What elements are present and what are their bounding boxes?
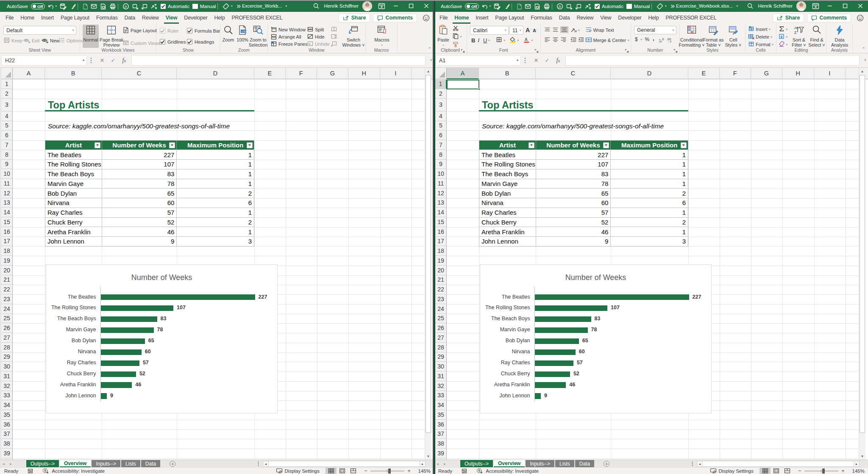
row-header-36[interactable]: 36 [1,420,13,430]
shrink-font-button[interactable]: Aˇ [533,27,538,34]
font-size-combobox[interactable]: 11˅ [509,26,523,35]
new-window-button[interactable]: New Window [270,26,306,33]
row-header-9[interactable]: 9 [1,160,13,169]
avatar[interactable] [362,1,372,11]
sheet-tab-inputs[interactable]: Inputs--> [526,460,554,467]
row-header-34[interactable]: 34 [435,400,447,410]
column-header-G[interactable]: G [317,68,348,79]
synchronous-scrolling-button[interactable] [331,33,337,40]
row-header-15[interactable]: 15 [435,217,447,227]
vertical-scroll-thumb[interactable] [860,75,865,433]
row-header-6[interactable]: 6 [1,130,13,140]
row-header-11[interactable]: 11 [435,179,447,188]
row-header-27[interactable]: 27 [435,333,447,343]
zoom-slider-thumb[interactable] [388,468,391,474]
more-commands-button[interactable] [670,2,675,11]
tab-page-layout[interactable]: Page Layout [495,12,524,24]
column-header-B[interactable]: B [45,68,102,79]
clear-button[interactable]: ˅ [779,41,788,48]
row-header-18[interactable]: 18 [435,246,447,256]
align-center-button[interactable] [552,36,559,43]
number-format-combobox[interactable]: General˅ [634,26,676,34]
tab-help[interactable]: Help [214,12,225,24]
insert-function-button[interactable]: fx [119,55,130,66]
cancel-button[interactable]: ✕ [97,55,108,66]
reset-window-position-button[interactable] [331,41,337,47]
filter-button[interactable] [169,142,175,148]
format-painter-button[interactable] [69,2,76,11]
copy-button[interactable]: ˅ [453,33,462,40]
insert-function-button[interactable]: fx [553,55,564,66]
column-header-H[interactable]: H [348,68,380,79]
quick-print-doc-button[interactable] [534,2,541,11]
scroll-down-button[interactable]: ▼ [425,453,431,460]
row-header-29[interactable]: 29 [1,352,13,362]
row-header-32[interactable]: 32 [1,381,13,391]
normal-view-button[interactable]: Normal [83,25,99,48]
row-header-13[interactable]: 13 [1,198,13,208]
sheet-tab-lists[interactable]: Lists [555,460,574,467]
name-box[interactable]: A1▾ [435,55,521,66]
row-header-27[interactable]: 27 [1,333,13,343]
row-header-5[interactable]: 5 [435,121,447,131]
row-header-4[interactable]: 4 [435,111,447,121]
save-button[interactable] [60,2,67,11]
print-preview-button[interactable] [516,2,522,11]
zoom-out-button[interactable]: − [797,468,803,474]
row-header-33[interactable]: 33 [1,391,13,401]
clear-caret-icon[interactable]: ˅ [231,5,233,8]
formula-bar-checkbox[interactable]: Formula Bar [187,28,220,33]
row-header-15[interactable]: 15 [1,217,13,227]
page-layout-view-button[interactable] [337,468,348,474]
enter-button[interactable]: ✓ [108,55,119,66]
tab-home[interactable]: Home [454,12,469,24]
column-header-C[interactable]: C [536,68,611,79]
formula-input[interactable] [565,55,860,66]
page-layout-view-button[interactable]: Page Layout [122,27,157,34]
expand-formula-bar-icon[interactable]: ˅ [864,58,866,62]
recalculate-button[interactable] [150,2,158,11]
row-header-10[interactable]: 10 [1,169,13,179]
automatic-calc-checkbox[interactable]: Automatic [161,4,190,9]
maximize-button[interactable] [403,0,419,12]
row-header-28[interactable]: 28 [435,343,447,352]
search-button[interactable] [313,1,320,11]
column-header-E[interactable]: E [688,68,720,79]
row-header-21[interactable]: 21 [435,275,447,285]
row-header-30[interactable]: 30 [435,362,447,371]
minimize-button[interactable] [388,0,403,12]
format-painter-button[interactable] [503,2,510,11]
view-side-by-side-button[interactable] [331,26,337,33]
search-button[interactable] [747,1,754,11]
merge-and-center-button[interactable]: Merge & Center˅ [585,37,629,44]
page-break-view-button[interactable] [348,468,359,474]
zoom-slider[interactable] [370,471,404,471]
undo-button[interactable] [47,2,54,11]
zoom-button[interactable]: Zoom [221,25,235,48]
filter-button[interactable] [529,142,534,148]
row-header-19[interactable]: 19 [435,256,447,266]
macro-record-icon[interactable] [462,468,467,474]
zoom-in-button[interactable]: + [840,468,846,474]
delete-cells-button[interactable]: Delete˅ [748,33,772,40]
row-header-35[interactable]: 35 [435,410,447,420]
row-header-3[interactable]: 3 [1,99,13,111]
decrease-indent-button[interactable] [570,36,577,43]
wrap-text-button[interactable]: Wrap Text [585,27,614,33]
sheet-tab-inputs[interactable]: Inputs--> [92,460,120,467]
cancel-button[interactable]: ✕ [531,55,542,66]
sheet-tab-data[interactable]: Data [141,460,160,467]
undo-caret-icon[interactable]: ˅ [55,5,57,8]
horizontal-scroll-thumb[interactable] [269,461,420,467]
automatic-calc-checkbox[interactable]: Automatic [595,4,624,9]
close-button[interactable] [853,0,868,12]
select-all-corner[interactable] [435,68,447,79]
row-header-22[interactable]: 22 [435,285,447,294]
column-header-C[interactable]: C [102,68,177,79]
freeze-panes-button[interactable]: Freeze Panes˅ [270,41,311,47]
autosave-toggle[interactable]: Off [31,3,45,9]
ribbon-display-options-button[interactable] [375,0,388,12]
autosave-toggle[interactable]: Off [465,3,479,9]
quick-print-doc-button[interactable] [100,2,107,11]
row-header-29[interactable]: 29 [435,352,447,362]
